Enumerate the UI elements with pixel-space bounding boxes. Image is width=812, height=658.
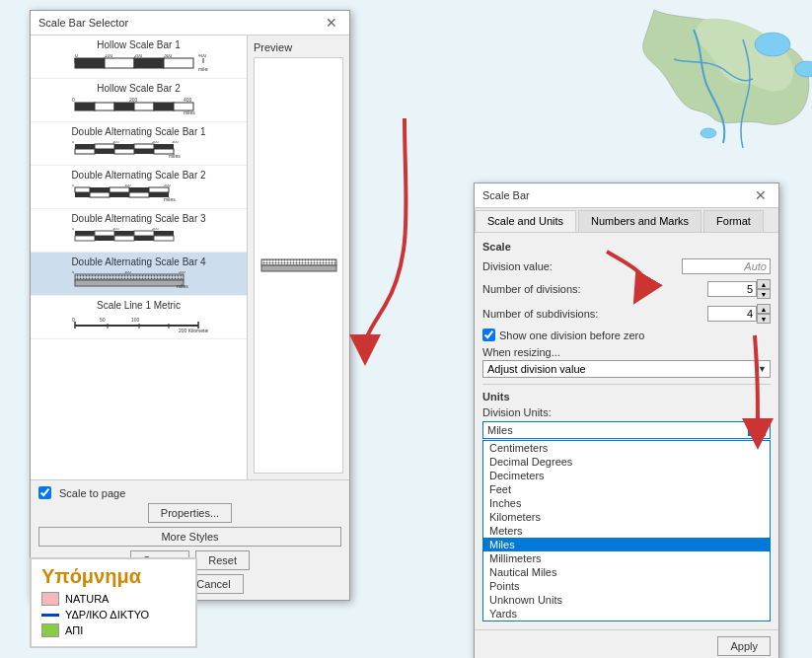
scale-bar-item-dab1[interactable]: Double Alternating Scale Bar 1 <box>31 122 247 166</box>
when-resizing-select-wrapper: Adjust division value Adjust scale bar s… <box>482 360 771 378</box>
item-img-dab3: 0 100 200 <box>38 226 239 248</box>
dab3-svg: 0 100 200 <box>70 228 208 246</box>
division-value-input[interactable] <box>682 258 771 274</box>
legend-label-api: ΑΠΙ <box>65 624 83 636</box>
svg-rect-59 <box>154 231 174 236</box>
scale-bar-item-hollow1[interactable]: Hollow Scale Bar 1 0 100 200 3 <box>31 36 247 79</box>
props-titlebar: Scale Bar ✕ <box>475 183 778 208</box>
props-close-button[interactable]: ✕ <box>751 187 771 203</box>
units-item-decimal-degrees[interactable]: Decimal Degrees <box>483 455 770 469</box>
division-units-dropdown-arrow[interactable]: ▼ <box>748 425 766 436</box>
units-item-decimeters[interactable]: Decimeters <box>483 469 770 482</box>
scale-to-page-row: Scale to page <box>38 486 341 499</box>
division-units-open-list: Centimeters Decimal Degrees Decimeters F… <box>482 440 771 621</box>
num-divisions-input[interactable] <box>707 281 757 297</box>
num-subdivisions-down[interactable]: ▼ <box>757 314 771 324</box>
svg-rect-16 <box>75 103 95 110</box>
units-item-meters[interactable]: Meters <box>483 524 770 538</box>
svg-rect-86 <box>261 265 336 271</box>
svg-rect-47 <box>90 192 110 197</box>
svg-rect-69 <box>75 280 184 286</box>
legend-item-natura: NATURA <box>41 592 185 606</box>
preview-panel: Preview <box>248 36 349 479</box>
svg-rect-63 <box>134 236 154 241</box>
properties-button[interactable]: Properties... <box>148 503 232 523</box>
units-item-millimeters[interactable]: Millimeters <box>483 551 770 565</box>
num-subdivisions-input[interactable] <box>707 306 757 322</box>
units-item-kilometers[interactable]: Kilometers <box>483 510 770 524</box>
svg-rect-29 <box>134 144 154 149</box>
units-item-nautical-miles[interactable]: Nautical Miles <box>483 565 770 579</box>
legend-color-natura <box>41 592 59 606</box>
apply-button[interactable]: Apply <box>717 636 771 656</box>
props-title: Scale Bar <box>482 189 530 201</box>
item-label-dab3: Double Alternating Scale Bar 3 <box>38 213 239 224</box>
scale-bar-list: Hollow Scale Bar 1 0 100 200 3 <box>31 36 247 479</box>
units-item-centimeters[interactable]: Centimeters <box>483 441 770 455</box>
tab-format[interactable]: Format <box>703 210 764 232</box>
dialog-title: Scale Bar Selector <box>38 17 128 29</box>
item-label-hollow1: Hollow Scale Bar 1 <box>38 39 239 50</box>
units-item-inches[interactable]: Inches <box>483 496 770 510</box>
when-resizing-row: When resizing... <box>482 346 771 358</box>
svg-point-3 <box>701 128 716 138</box>
svg-text:100: 100 <box>105 54 113 58</box>
show-one-division-checkbox[interactable] <box>482 329 495 341</box>
svg-rect-56 <box>95 231 114 236</box>
svg-text:200: 200 <box>179 271 185 274</box>
svg-text:100: 100 <box>131 317 140 323</box>
more-styles-button[interactable]: More Styles <box>38 527 341 547</box>
item-img-hollow2: 0 200 400 miles <box>38 96 239 117</box>
division-units-dropdown-closed[interactable]: Miles ▼ <box>482 421 771 439</box>
division-value-row: Division value: <box>482 258 771 274</box>
scale-bar-list-panel: Hollow Scale Bar 1 0 100 200 3 <box>31 36 248 479</box>
num-subdivisions-up[interactable]: ▲ <box>757 304 771 314</box>
svg-rect-33 <box>114 149 134 154</box>
svg-rect-62 <box>114 236 134 241</box>
svg-rect-68 <box>75 274 184 280</box>
svg-rect-42 <box>90 187 110 192</box>
preview-area <box>254 57 343 474</box>
num-divisions-row: Number of divisions: ▲ ▼ <box>482 279 771 299</box>
scale-bar-item-line1[interactable]: Scale Line 1 Metric 0 50 100 2 <box>31 296 247 339</box>
svg-rect-5 <box>75 58 105 68</box>
num-subdivisions-spinner-btns: ▲ ▼ <box>757 304 771 324</box>
legend-item-ydr: ΥΔΡ/ΙΚΟ ΔΙΚΤΥΟ <box>41 609 185 621</box>
legend-box: Υπόμνημα NATURA ΥΔΡ/ΙΚΟ ΔΙΚΤΥΟ ΑΠΙ <box>30 557 197 648</box>
scale-to-page-checkbox[interactable] <box>38 486 51 499</box>
svg-rect-58 <box>134 231 154 236</box>
when-resizing-label: When resizing... <box>482 346 771 358</box>
scale-bar-item-dab3[interactable]: Double Alternating Scale Bar 3 <box>31 209 247 253</box>
item-img-hollow1: 0 100 200 300 400 miles <box>38 52 239 74</box>
svg-rect-44 <box>129 187 149 192</box>
units-item-unknown-units[interactable]: Unknown Units <box>483 593 770 607</box>
svg-rect-31 <box>75 149 95 154</box>
svg-text:200: 200 <box>129 98 138 103</box>
num-divisions-spinner: ▲ ▼ <box>707 279 771 299</box>
svg-text:200: 200 <box>152 228 159 231</box>
units-item-points[interactable]: Points <box>483 579 770 593</box>
reset-button[interactable]: Reset <box>195 550 250 570</box>
show-one-division-row: Show one division before zero <box>482 329 771 341</box>
svg-rect-34 <box>134 149 154 154</box>
units-item-miles[interactable]: Miles <box>483 538 770 551</box>
item-label-dab1: Double Alternating Scale Bar 1 <box>38 126 239 137</box>
units-item-yards[interactable]: Yards <box>483 607 770 621</box>
when-resizing-select[interactable]: Adjust division value Adjust scale bar s… <box>482 360 771 378</box>
scale-bar-item-dab2[interactable]: Double Alternating Scale Bar 2 <box>31 166 247 209</box>
svg-text:miles: miles <box>169 153 181 159</box>
tab-scale-units[interactable]: Scale and Units <box>475 210 576 232</box>
scale-bar-item-dab4[interactable]: Double Alternating Scale Bar 4 0 10 <box>31 253 247 296</box>
props-footer: Apply <box>475 629 778 658</box>
svg-text:0: 0 <box>75 54 78 58</box>
num-divisions-down[interactable]: ▼ <box>757 289 771 299</box>
num-divisions-spinner-btns: ▲ ▼ <box>757 279 771 299</box>
item-img-line1: 0 50 100 200 Kilometers <box>38 313 239 334</box>
tab-numbers-marks[interactable]: Numbers and Marks <box>578 210 701 232</box>
dialog-close-button[interactable]: ✕ <box>322 15 341 31</box>
scale-bar-item-hollow2[interactable]: Hollow Scale Bar 2 0 200 400 m <box>31 79 247 122</box>
num-divisions-up[interactable]: ▲ <box>757 279 771 289</box>
units-item-feet[interactable]: Feet <box>483 482 770 496</box>
svg-rect-41 <box>75 187 90 192</box>
legend-color-ydr <box>41 614 59 617</box>
